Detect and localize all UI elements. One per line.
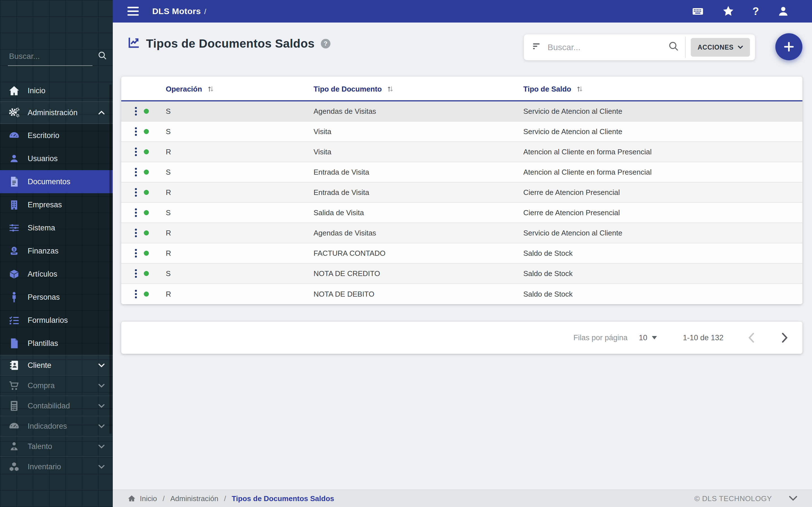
sidebar-item-label: Personas [28, 293, 60, 302]
package-icon [8, 269, 20, 279]
chevron-down-icon [98, 383, 105, 388]
cell-tipo-saldo: Atencion al Cliente en forma Presencial [523, 148, 652, 156]
table-row[interactable]: SAgendas de VisitasServicio de Atencion … [121, 101, 802, 122]
gears-icon [8, 107, 20, 118]
help-circle-icon[interactable]: ? [321, 39, 331, 48]
table-row[interactable]: RNOTA DE DEBITOSaldo de Stock [121, 284, 802, 304]
breadcrumb-separator: / [224, 494, 226, 503]
star-icon[interactable] [722, 5, 734, 17]
column-header-operacion[interactable]: Operación [166, 76, 214, 101]
chart-line-icon [128, 36, 140, 51]
cell-tipo-documento: Agendas de Visitas [313, 229, 376, 237]
cell-operacion: R [166, 290, 171, 298]
chevron-up-icon [98, 110, 105, 115]
actions-button[interactable]: ACCIONES [691, 38, 750, 57]
sidebar-nav: InicioAdministraciónEscritorioUsuariosDo… [0, 80, 113, 476]
svg-text:$: $ [13, 247, 15, 251]
brand-name: DLS Motors [152, 6, 201, 16]
sidebar-search-input[interactable] [8, 50, 93, 66]
brand[interactable]: DLS Motors/ [152, 6, 206, 16]
cell-operacion: R [166, 148, 171, 156]
account-icon[interactable] [777, 5, 790, 17]
kebab-menu-icon[interactable] [132, 166, 140, 178]
table-search-input[interactable] [548, 43, 668, 52]
sidebar-item-sistema[interactable]: Sistema [0, 216, 113, 239]
cell-operacion: R [166, 249, 171, 258]
sidebar-item-cliente[interactable]: Cliente [0, 355, 113, 375]
add-button[interactable] [775, 33, 802, 60]
cell-tipo-documento: FACTURA CONTADO [313, 249, 386, 258]
sidebar-item-finanzas[interactable]: $Finanzas [0, 239, 113, 263]
chevron-down-icon [738, 45, 743, 49]
table-row[interactable]: SNOTA DE CREDITOSaldo de Stock [121, 264, 802, 284]
breadcrumb-administracion[interactable]: Administración [170, 494, 218, 503]
table-row[interactable]: SEntrada de VisitaAtencion al Cliente en… [121, 162, 802, 182]
table-row[interactable]: REntrada de VisitaCierre de Atencion Pre… [121, 182, 802, 203]
table-row[interactable]: RAgendas de VisitasServicio de Atencion … [121, 223, 802, 243]
table-row[interactable]: SVisitaServicio de Atencion al Cliente [121, 122, 802, 142]
main-content: Tipos de Documentos Saldos ? ACCIONES [113, 22, 812, 490]
keyboard-icon[interactable] [692, 5, 704, 17]
column-label: Tipo de Saldo [523, 85, 571, 94]
home-icon [8, 86, 20, 96]
data-table: Operación Tipo de Documento Tipo de Sald… [121, 76, 802, 304]
chevron-down-icon [98, 404, 105, 408]
pagination: Filas por página 10 1-10 de 132 [121, 322, 802, 354]
sidebar-item-documentos[interactable]: Documentos [0, 170, 113, 193]
sidebar-item-personas[interactable]: Personas [0, 286, 113, 309]
sidebar-scrollbar[interactable] [109, 84, 112, 434]
kebab-menu-icon[interactable] [132, 126, 140, 137]
sidebar-item-indicadores[interactable]: Indicadores [0, 416, 113, 436]
sidebar-item-talento[interactable]: Talento [0, 436, 113, 456]
chevron-right-icon[interactable] [781, 333, 788, 343]
search-icon [98, 51, 107, 62]
table-header: Operación Tipo de Documento Tipo de Sald… [121, 76, 802, 101]
help-icon[interactable]: ? [753, 5, 759, 17]
sort-icon [207, 86, 214, 93]
sidebar-item-label: Finanzas [28, 247, 59, 256]
footer-right: © DLS TECHNOLOGY [695, 494, 797, 503]
status-dot [144, 109, 149, 114]
sidebar-item-usuarios[interactable]: Usuarios [0, 147, 113, 170]
rows-per-page-select[interactable]: 10 [639, 334, 657, 342]
sidebar-item-inventario[interactable]: Inventario [0, 456, 113, 476]
column-header-tipo-saldo[interactable]: Tipo de Saldo [523, 76, 583, 101]
contacts-icon [8, 360, 20, 371]
sidebar-item-label: Indicadores [28, 422, 67, 431]
filter-icon [532, 42, 541, 53]
table-row[interactable]: RVisitaAtencion al Cliente en forma Pres… [121, 142, 802, 162]
column-header-tipo-documento[interactable]: Tipo de Documento [313, 76, 394, 101]
kebab-menu-icon[interactable] [132, 146, 140, 158]
sidebar-item-label: Sistema [28, 224, 55, 232]
sidebar-item-empresas[interactable]: Empresas [0, 193, 113, 216]
table-row[interactable]: RFACTURA CONTADOSaldo de Stock [121, 243, 802, 264]
sidebar-item-compra[interactable]: Compra [0, 375, 113, 395]
sidebar-item-inicio[interactable]: Inicio [0, 80, 113, 101]
sidebar-item-escritorio[interactable]: Escritorio [0, 124, 113, 147]
checklist-icon [8, 316, 20, 325]
kebab-menu-icon[interactable] [132, 207, 140, 219]
sidebar-item-contabilidad[interactable]: Contabilidad [0, 395, 113, 416]
sidebar: InicioAdministraciónEscritorioUsuariosDo… [0, 0, 113, 507]
sidebar-item-formularios[interactable]: Formularios [0, 309, 113, 332]
kebab-menu-icon[interactable] [132, 247, 140, 259]
kebab-menu-icon[interactable] [132, 288, 140, 300]
kebab-menu-icon[interactable] [132, 105, 140, 117]
table-row[interactable]: SSalida de VisitaCierre de Atencion Pres… [121, 203, 802, 223]
kebab-menu-icon[interactable] [132, 227, 140, 239]
hamburger-menu-icon[interactable] [128, 7, 139, 16]
breadcrumb-home[interactable]: Inicio [128, 494, 157, 503]
chevron-left-icon[interactable] [748, 333, 755, 343]
search-icon[interactable] [668, 41, 679, 54]
cell-tipo-saldo: Saldo de Stock [523, 249, 573, 258]
sidebar-item-administracion[interactable]: Administración [0, 101, 113, 124]
kebab-menu-icon[interactable] [132, 186, 140, 198]
kebab-menu-icon[interactable] [132, 268, 140, 279]
chevron-down-icon[interactable] [789, 496, 797, 501]
sidebar-item-plantillas[interactable]: Plantillas [0, 332, 113, 355]
sidebar-item-articulos[interactable]: Artículos [0, 263, 113, 286]
sort-icon [576, 86, 583, 93]
building-icon [8, 200, 20, 210]
cell-tipo-documento: Salida de Visita [313, 209, 364, 217]
status-dot [144, 129, 149, 134]
